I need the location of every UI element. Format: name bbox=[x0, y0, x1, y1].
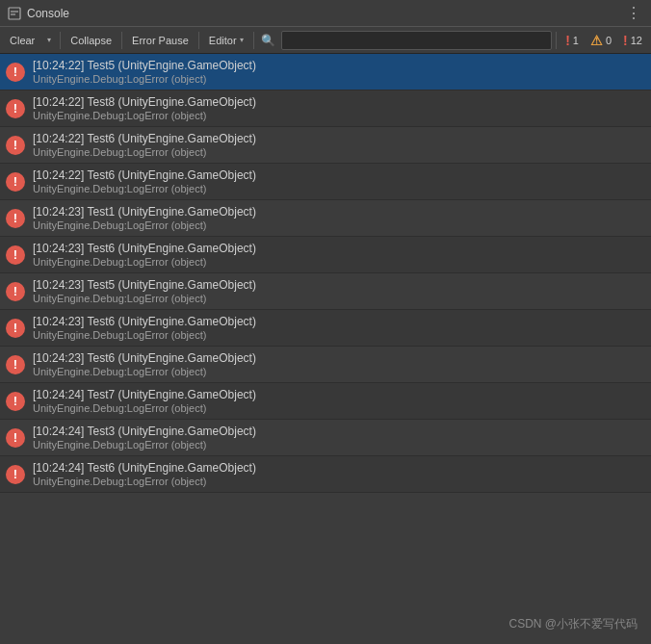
log-line1: [10:24:22] Test5 (UnityEngine.GameObject… bbox=[33, 59, 256, 72]
svg-rect-0 bbox=[9, 8, 20, 19]
editor-dropdown-icon: ▾ bbox=[240, 36, 244, 44]
log-line1: [10:24:24] Test3 (UnityEngine.GameObject… bbox=[33, 425, 256, 438]
log-item[interactable]: ![10:24:22] Test6 (UnityEngine.GameObjec… bbox=[0, 164, 651, 200]
log-line2: UnityEngine.Debug:LogError (object) bbox=[33, 366, 256, 377]
error-badge-button[interactable]: ! 1 bbox=[560, 30, 584, 51]
log-item[interactable]: ![10:24:23] Test5 (UnityEngine.GameObjec… bbox=[0, 273, 651, 310]
log-line1: [10:24:22] Test6 (UnityEngine.GameObject… bbox=[33, 132, 256, 145]
log-text: [10:24:22] Test5 (UnityEngine.GameObject… bbox=[33, 59, 256, 85]
log-item[interactable]: ![10:24:23] Test6 (UnityEngine.GameObjec… bbox=[0, 310, 651, 347]
log-text: [10:24:22] Test8 (UnityEngine.GameObject… bbox=[33, 95, 256, 121]
log-text: [10:24:23] Test1 (UnityEngine.GameObject… bbox=[33, 205, 256, 231]
log-line2: UnityEngine.Debug:LogError (object) bbox=[33, 329, 256, 341]
separator-5 bbox=[556, 32, 557, 49]
log-line2: UnityEngine.Debug:LogError (object) bbox=[33, 110, 256, 121]
error-icon: ! bbox=[6, 392, 25, 411]
log-badge-button[interactable]: ! 12 bbox=[618, 30, 647, 51]
log-text: [10:24:23] Test6 (UnityEngine.GameObject… bbox=[33, 351, 256, 377]
log-line1: [10:24:23] Test1 (UnityEngine.GameObject… bbox=[33, 205, 256, 219]
error-icon: ! bbox=[6, 355, 25, 374]
log-item[interactable]: ![10:24:23] Test6 (UnityEngine.GameObjec… bbox=[0, 347, 651, 383]
log-line2: UnityEngine.Debug:LogError (object) bbox=[33, 402, 256, 414]
console-icon bbox=[8, 7, 21, 20]
log-item[interactable]: ![10:24:24] Test3 (UnityEngine.GameObjec… bbox=[0, 420, 651, 456]
log-text: [10:24:24] Test6 (UnityEngine.GameObject… bbox=[33, 461, 256, 487]
log-badge-count: 12 bbox=[631, 35, 642, 46]
error-icon: ! bbox=[6, 245, 25, 265]
log-line2: UnityEngine.Debug:LogError (object) bbox=[33, 256, 256, 268]
log-text: [10:24:24] Test3 (UnityEngine.GameObject… bbox=[33, 425, 256, 451]
log-line2: UnityEngine.Debug:LogError (object) bbox=[33, 146, 256, 158]
log-text: [10:24:22] Test6 (UnityEngine.GameObject… bbox=[33, 168, 256, 194]
editor-label: Editor bbox=[209, 35, 237, 46]
log-text: [10:24:22] Test6 (UnityEngine.GameObject… bbox=[33, 132, 256, 158]
log-item[interactable]: ![10:24:23] Test1 (UnityEngine.GameObjec… bbox=[0, 200, 651, 237]
log-line1: [10:24:23] Test5 (UnityEngine.GameObject… bbox=[33, 278, 256, 292]
log-line1: [10:24:22] Test8 (UnityEngine.GameObject… bbox=[33, 95, 256, 109]
error-icon: ! bbox=[6, 465, 25, 484]
error-badge-icon: ! bbox=[565, 33, 570, 48]
separator-2 bbox=[121, 32, 122, 49]
log-line1: [10:24:23] Test6 (UnityEngine.GameObject… bbox=[33, 315, 256, 328]
log-text: [10:24:23] Test6 (UnityEngine.GameObject… bbox=[33, 315, 256, 341]
window-title: Console bbox=[27, 7, 69, 20]
error-icon: ! bbox=[6, 63, 25, 82]
clear-button[interactable]: Clear bbox=[4, 30, 40, 51]
log-line1: [10:24:22] Test6 (UnityEngine.GameObject… bbox=[33, 168, 256, 182]
log-line2: UnityEngine.Debug:LogError (object) bbox=[33, 293, 256, 304]
editor-button[interactable]: Editor ▾ bbox=[203, 30, 249, 51]
log-line1: [10:24:24] Test6 (UnityEngine.GameObject… bbox=[33, 461, 256, 475]
log-item[interactable]: ![10:24:22] Test8 (UnityEngine.GameObjec… bbox=[0, 90, 651, 127]
toolbar: Clear ▾ Collapse Error Pause Editor ▾ 🔍 … bbox=[0, 27, 651, 54]
log-list: ![10:24:22] Test5 (UnityEngine.GameObjec… bbox=[0, 54, 651, 617]
window-menu-button[interactable]: ⋮ bbox=[624, 4, 643, 23]
log-text: [10:24:23] Test5 (UnityEngine.GameObject… bbox=[33, 278, 256, 304]
error-icon: ! bbox=[6, 99, 25, 118]
log-text: [10:24:23] Test6 (UnityEngine.GameObject… bbox=[33, 242, 256, 268]
log-badge-icon: ! bbox=[623, 33, 628, 48]
error-icon: ! bbox=[6, 136, 25, 155]
error-pause-button[interactable]: Error Pause bbox=[126, 30, 195, 51]
separator-3 bbox=[198, 32, 199, 49]
clear-dropdown-button[interactable]: ▾ bbox=[42, 34, 56, 47]
log-item[interactable]: ![10:24:23] Test6 (UnityEngine.GameObjec… bbox=[0, 237, 651, 273]
search-icon: 🔍 bbox=[258, 30, 279, 51]
log-line2: UnityEngine.Debug:LogError (object) bbox=[33, 219, 256, 231]
log-line2: UnityEngine.Debug:LogError (object) bbox=[33, 183, 256, 194]
warn-badge-count: 0 bbox=[606, 35, 612, 46]
log-line2: UnityEngine.Debug:LogError (object) bbox=[33, 476, 256, 487]
log-line2: UnityEngine.Debug:LogError (object) bbox=[33, 439, 256, 451]
warn-badge-icon: ⚠ bbox=[590, 33, 603, 48]
log-line1: [10:24:23] Test6 (UnityEngine.GameObject… bbox=[33, 242, 256, 255]
log-item[interactable]: ![10:24:22] Test6 (UnityEngine.GameObjec… bbox=[0, 127, 651, 164]
watermark: CSDN @小张不爱写代码 bbox=[508, 616, 638, 632]
log-line1: [10:24:24] Test7 (UnityEngine.GameObject… bbox=[33, 388, 256, 401]
error-badge-count: 1 bbox=[573, 35, 579, 46]
error-icon: ! bbox=[6, 428, 25, 448]
error-icon: ! bbox=[6, 172, 25, 192]
title-bar: Console ⋮ bbox=[0, 0, 651, 27]
collapse-button[interactable]: Collapse bbox=[65, 30, 117, 51]
error-icon: ! bbox=[6, 282, 25, 301]
log-item[interactable]: ![10:24:24] Test6 (UnityEngine.GameObjec… bbox=[0, 456, 651, 493]
log-item[interactable]: ![10:24:22] Test5 (UnityEngine.GameObjec… bbox=[0, 54, 651, 90]
error-icon: ! bbox=[6, 319, 25, 338]
log-line1: [10:24:23] Test6 (UnityEngine.GameObject… bbox=[33, 351, 256, 365]
search-input[interactable] bbox=[281, 31, 553, 50]
warn-badge-button[interactable]: ⚠ 0 bbox=[586, 30, 616, 51]
log-text: [10:24:24] Test7 (UnityEngine.GameObject… bbox=[33, 388, 256, 414]
error-icon: ! bbox=[6, 209, 25, 228]
log-item[interactable]: ![10:24:24] Test7 (UnityEngine.GameObjec… bbox=[0, 383, 651, 420]
separator-1 bbox=[60, 32, 61, 49]
separator-4 bbox=[253, 32, 254, 49]
log-line2: UnityEngine.Debug:LogError (object) bbox=[33, 73, 256, 85]
